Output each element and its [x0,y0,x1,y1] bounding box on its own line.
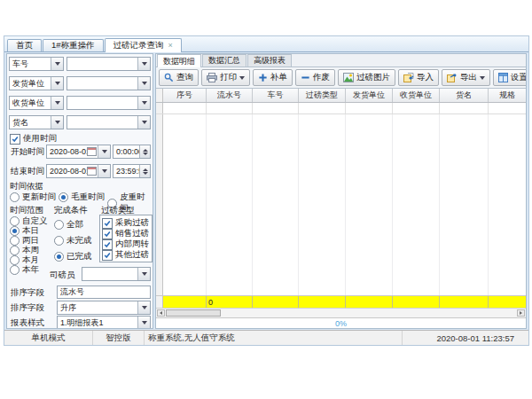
radio-gross-time[interactable]: 毛重时间 [59,192,105,203]
export-icon [447,73,458,82]
chevron-down-icon[interactable] [51,58,63,70]
chevron-down-icon[interactable] [137,77,150,90]
end-time-spinner[interactable]: 23:59:59 [113,164,151,178]
col-header-seq[interactable]: 序号 [163,89,207,102]
combo-value: 升序 [58,302,137,314]
button-label: 打印 [220,72,237,83]
chevron-down-icon[interactable] [137,58,150,70]
radio-label: 更新时间 [22,192,56,203]
field-selector-vehicle[interactable]: 车号 [9,57,64,71]
sort-field-input[interactable]: 流水号 [57,286,151,299]
chevron-down-icon[interactable] [51,116,63,129]
tab-home[interactable]: 首页 [7,39,42,51]
tab-data-summary[interactable]: 数据汇总 [202,54,246,66]
scroll-left-icon[interactable] [157,309,165,317]
progress-value: 0% [335,319,347,328]
settings-button[interactable]: 设置 [493,69,527,86]
report-style-combo[interactable]: 1.明细报表1 [57,316,151,329]
export-button[interactable]: 导出 [442,69,490,86]
chevron-down-icon[interactable] [137,268,150,280]
radio-icon [54,252,64,262]
use-time-checkbox[interactable]: 使用时间 [10,133,57,145]
grid-filter-row[interactable] [156,103,526,114]
goods-value-combo[interactable] [66,115,151,129]
start-time-spinner[interactable]: 0:00:00 [113,145,151,159]
col-header-receiver[interactable]: 收货单位 [393,89,440,102]
chevron-down-icon [239,76,245,80]
end-date-picker[interactable]: 2020-08-01 [46,164,111,178]
chevron-down-icon[interactable] [98,165,110,177]
radio-unfinished[interactable]: 未完成 [54,235,92,246]
chevron-down-icon[interactable] [137,301,150,314]
button-label: 设置 [511,72,527,83]
sender-value-combo[interactable] [66,76,151,90]
supplement-order-button[interactable]: 补单 [253,69,293,86]
radio-this-year[interactable]: 本年 [10,264,39,276]
void-button[interactable]: 作废 [295,69,335,86]
checkbox-icon [102,239,113,250]
receiver-value-combo[interactable] [66,96,151,110]
horizontal-scrollbar[interactable] [156,308,526,317]
import-button[interactable]: 导入 [398,69,439,86]
status-system-name: 称重系统,无人值守系统 [145,331,403,345]
col-header-vehicle[interactable]: 车号 [253,89,299,102]
radio-icon [10,192,20,202]
col-header-sender[interactable]: 发货单位 [346,89,393,102]
progress-indicator: 0% [156,317,526,328]
grid-body-empty[interactable] [156,114,526,295]
report-style-label: 报表样式 [11,317,44,329]
tab-label: 数据汇总 [208,55,240,66]
tab-record-query[interactable]: 过磅记录查询 × [105,38,182,52]
radio-label: 毛重时间 [71,192,105,203]
sort-field-label: 排序字段 [11,287,44,299]
checkbox-other[interactable]: 其他过磅 [102,249,149,261]
tab-label: 数据明细 [163,56,195,67]
field-selector-sender[interactable]: 发货单位 [9,76,64,90]
tab-data-detail[interactable]: 数据明细 [157,54,201,67]
close-icon[interactable]: × [168,42,173,50]
weigher-combo[interactable] [82,267,151,281]
start-time-label: 开始时间 [11,146,44,158]
date-value: 2020-08-01 [47,147,87,156]
spinner-icon[interactable] [139,165,150,177]
print-button[interactable]: 打印 [201,69,250,86]
radio-finished[interactable]: 已完成 [54,251,92,262]
col-header-goods[interactable]: 货名 [440,89,489,102]
chevron-down-icon[interactable] [137,116,150,129]
settings-icon [498,73,508,82]
weigh-photo-button[interactable]: 过磅图片 [338,69,395,86]
row-indicator-header [156,89,163,102]
scroll-thumb[interactable] [166,309,221,317]
field-label: 收货单位 [10,98,51,109]
sort-order-combo[interactable]: 升序 [57,301,151,315]
field-label: 发货单位 [10,78,51,90]
calendar-icon [87,147,97,156]
calendar-icon [87,167,97,176]
chevron-down-icon[interactable] [51,77,63,90]
col-header-weigh-type[interactable]: 过磅类型 [299,89,346,102]
col-header-spec[interactable]: 规格 [489,89,526,102]
chevron-down-icon[interactable] [51,97,63,109]
query-button[interactable]: 查询 [159,69,199,86]
radio-label: 本年 [22,264,39,276]
radio-icon [10,265,20,275]
chevron-down-icon[interactable] [137,317,150,329]
radio-update-time[interactable]: 更新时间 [10,192,56,203]
spinner-icon[interactable] [139,145,150,158]
radio-all[interactable]: 全部 [54,219,83,231]
field-selector-goods[interactable]: 货名 [9,115,64,129]
main-content: 车号 发货单位 收货单位 [4,52,528,330]
chevron-down-icon[interactable] [98,145,110,158]
end-time-label: 结束时间 [11,166,44,177]
chevron-down-icon[interactable] [137,97,150,109]
button-label: 补单 [270,72,287,83]
tab-weigh-operation[interactable]: 1#称重操作 [43,39,104,51]
button-label: 查询 [176,72,193,83]
tab-advanced-report[interactable]: 高级报表 [247,54,292,66]
col-header-serial[interactable]: 流水号 [207,89,253,102]
status-bar: 单机模式 智控版 称重系统,无人值守系统 2020-08-01 11:23:57 [4,330,528,345]
vehicle-value-combo[interactable] [66,57,151,71]
field-selector-receiver[interactable]: 收货单位 [9,96,64,110]
scroll-right-icon[interactable] [517,309,525,317]
start-date-picker[interactable]: 2020-08-01 [46,145,111,159]
